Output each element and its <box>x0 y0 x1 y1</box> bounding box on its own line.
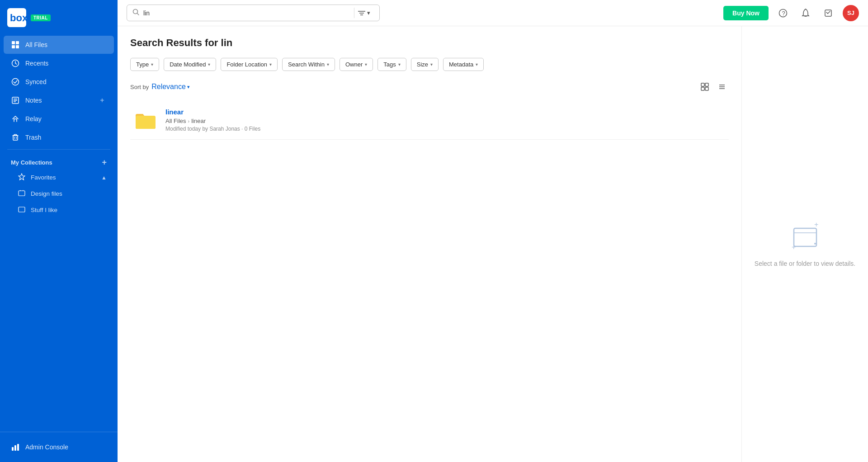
search-box[interactable]: lin ▾ <box>127 5 380 21</box>
filter-search-within-button[interactable]: Search Within ▾ <box>282 58 335 71</box>
filter-search-chevron: ▾ <box>327 62 329 67</box>
stuff-i-like-icon <box>18 206 25 214</box>
path-arrow-icon: › <box>188 118 190 124</box>
sidebar-item-relay[interactable]: Relay <box>4 110 114 128</box>
search-input[interactable]: lin <box>143 9 350 17</box>
collections-add-button[interactable]: + <box>102 158 107 167</box>
svg-rect-32 <box>701 83 704 86</box>
filter-date-chevron: ▾ <box>208 62 210 67</box>
result-path-root: All Files <box>165 118 186 124</box>
folder-icon <box>135 111 156 130</box>
sidebar: box TRIAL All Files Recents Synced <box>0 0 118 462</box>
recents-icon <box>11 59 20 68</box>
notes-icon <box>11 96 20 105</box>
sidebar-item-label: Notes <box>25 97 42 104</box>
sidebar-item-label: Relay <box>25 115 42 123</box>
sidebar-item-stuff-i-like[interactable]: Stuff I like <box>4 202 114 218</box>
svg-rect-18 <box>12 447 14 451</box>
page-title: Search Results for lin <box>130 37 729 49</box>
svg-rect-3 <box>16 41 19 44</box>
sidebar-item-admin-console[interactable]: Admin Console <box>4 438 114 456</box>
my-collections-header[interactable]: My Collections + <box>0 152 118 169</box>
sidebar-item-favorites[interactable]: Favorites ▲ <box>4 170 114 185</box>
main-area: lin ▾ Buy Now ? SJ Search Results for li… <box>118 0 868 462</box>
nav-divider <box>7 149 110 150</box>
svg-text:?: ? <box>782 10 785 17</box>
filter-toggle-button[interactable]: ▾ <box>354 8 374 18</box>
my-collections-label: My Collections <box>11 159 52 166</box>
trash-icon <box>11 133 20 142</box>
filter-metadata-chevron: ▾ <box>476 62 478 67</box>
sidebar-admin-label: Admin Console <box>25 443 68 451</box>
filter-date-modified-button[interactable]: Date Modified ▾ <box>164 58 216 71</box>
result-path-child: linear <box>191 118 206 124</box>
svg-marker-15 <box>19 174 25 180</box>
detail-placeholder-text: Select a file or folder to view details. <box>755 259 855 269</box>
view-toggle <box>698 80 729 94</box>
buy-now-button[interactable]: Buy Now <box>723 6 769 20</box>
user-avatar[interactable]: SJ <box>843 5 859 21</box>
table-row[interactable]: linear All Files › linear Modified today… <box>130 101 729 140</box>
svg-rect-20 <box>17 444 19 451</box>
sidebar-item-label: Trash <box>25 134 41 141</box>
admin-console-icon <box>11 443 20 452</box>
sort-relevance-button[interactable]: Relevance ▾ <box>151 83 190 91</box>
filter-type-chevron: ▾ <box>151 62 153 67</box>
sidebar-bottom: Admin Console <box>0 432 118 462</box>
sidebar-item-all-files[interactable]: All Files <box>4 36 114 54</box>
help-button[interactable]: ? <box>775 5 791 21</box>
filter-owner-button[interactable]: Owner ▾ <box>340 58 373 71</box>
trial-badge: TRIAL <box>31 14 51 21</box>
grid-view-button[interactable] <box>698 80 712 94</box>
notifications-button[interactable] <box>797 5 814 21</box>
sidebar-item-design-files[interactable]: Design files <box>4 186 114 202</box>
filter-folder-location-button[interactable]: Folder Location ▾ <box>221 58 278 71</box>
topbar: lin ▾ Buy Now ? SJ <box>118 0 868 26</box>
results-list: linear All Files › linear Modified today… <box>130 101 729 140</box>
favorites-icon <box>18 173 25 182</box>
sort-label: Sort by <box>130 84 149 90</box>
filter-tags-chevron: ▾ <box>398 62 401 67</box>
svg-rect-12 <box>13 136 18 140</box>
sidebar-item-label: Synced <box>25 78 47 85</box>
filter-metadata-button[interactable]: Metadata ▾ <box>443 58 484 71</box>
box-logo-icon: box <box>7 8 26 27</box>
checklist-button[interactable] <box>820 5 836 21</box>
result-path: All Files › linear <box>165 118 725 124</box>
svg-text:+: + <box>792 243 796 251</box>
all-files-icon <box>11 40 20 49</box>
sidebar-item-synced[interactable]: Synced <box>4 73 114 91</box>
sidebar-item-trash[interactable]: Trash <box>4 128 114 146</box>
sidebar-item-label: Recents <box>25 60 48 67</box>
result-info: linear All Files › linear Modified today… <box>165 108 725 132</box>
favorites-collapse-icon[interactable]: ▲ <box>101 174 107 181</box>
content-area: Search Results for lin Type ▾ Date Modif… <box>118 26 868 462</box>
sidebar-item-label: Design files <box>31 190 62 197</box>
topbar-right: Buy Now ? SJ <box>723 5 859 21</box>
svg-line-31 <box>828 11 830 14</box>
filter-type-button[interactable]: Type ▾ <box>130 58 159 71</box>
svg-rect-34 <box>701 87 704 90</box>
svg-text:+: + <box>814 221 818 228</box>
svg-point-7 <box>12 79 19 85</box>
svg-rect-33 <box>705 83 708 86</box>
result-name[interactable]: linear <box>165 108 725 116</box>
logo-area: box TRIAL <box>0 0 118 33</box>
filter-owner-chevron: ▾ <box>365 62 367 67</box>
sidebar-item-recents[interactable]: Recents <box>4 54 114 72</box>
design-files-icon <box>18 189 25 198</box>
svg-rect-39 <box>794 228 816 246</box>
sidebar-item-notes[interactable]: Notes + <box>4 91 114 109</box>
filter-tags-button[interactable]: Tags ▾ <box>377 58 406 71</box>
list-view-button[interactable] <box>715 80 729 94</box>
svg-rect-5 <box>16 45 19 48</box>
notes-add-button[interactable]: + <box>98 96 107 105</box>
synced-icon <box>11 77 20 86</box>
svg-rect-19 <box>14 445 16 451</box>
svg-rect-35 <box>705 87 708 90</box>
filter-size-button[interactable]: Size ▾ <box>411 58 439 71</box>
folder-icon-wrap <box>134 108 157 132</box>
svg-rect-4 <box>12 45 15 48</box>
filter-folder-chevron: ▾ <box>269 62 272 67</box>
detail-placeholder-icon: + + <box>787 220 823 252</box>
